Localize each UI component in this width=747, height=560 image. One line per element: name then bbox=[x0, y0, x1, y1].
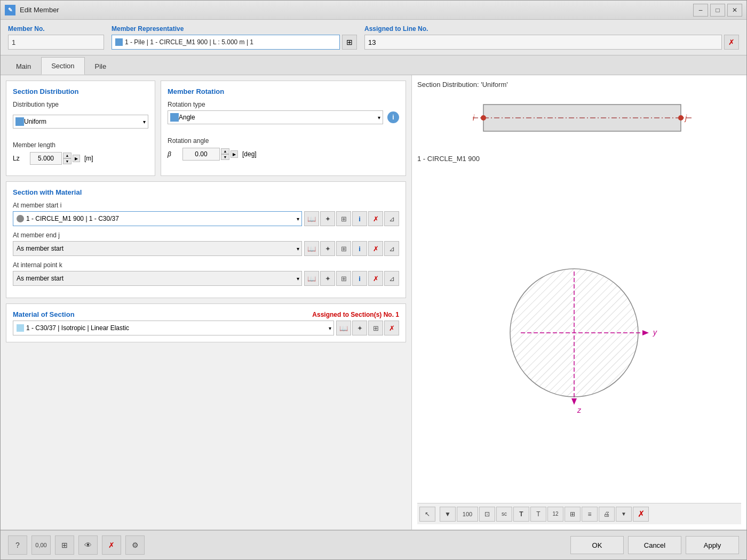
bottom-eye-btn[interactable]: 👁 bbox=[78, 535, 98, 555]
tab-pile[interactable]: Pile bbox=[85, 58, 117, 75]
rotation-type-select[interactable]: Angle bbox=[168, 110, 383, 124]
circle-swatch-start bbox=[17, 215, 24, 222]
bottom-help-btn[interactable]: ? bbox=[8, 535, 27, 555]
circle-svg: y z bbox=[489, 255, 670, 415]
member-no-input[interactable]: 1 bbox=[8, 35, 104, 50]
tab-bar: Main Section Pile bbox=[1, 55, 746, 75]
bottom-cross-btn[interactable]: ✗ bbox=[102, 535, 121, 555]
member-length-label: Member length bbox=[13, 141, 148, 149]
beta-value[interactable]: 0.00 bbox=[182, 148, 220, 161]
swm-end-book-btn[interactable]: 📖 bbox=[304, 241, 319, 256]
swm-end-copy-btn[interactable]: ⊞ bbox=[336, 241, 351, 256]
beta-spin-down[interactable]: ▼ bbox=[221, 154, 229, 160]
swm-start-cross-btn[interactable]: ✗ bbox=[368, 211, 383, 226]
lz-row: Lz 5.000 ▲ ▼ ▶ [m] bbox=[13, 152, 148, 165]
swm-end-toolbar: 📖 ✦ ⊞ i ✗ ⊿ bbox=[304, 241, 399, 256]
swm-internal-info-btn[interactable]: i bbox=[352, 271, 367, 286]
rt-view-btn[interactable]: ▼ bbox=[440, 507, 456, 522]
member-rep-group: Member Representative 1 - Pile | 1 - CIR… bbox=[112, 25, 357, 50]
swm-internal-star-btn[interactable]: ✦ bbox=[320, 271, 335, 286]
member-rep-input[interactable]: 1 - Pile | 1 - CIRCLE_M1 900 | L : 5.000… bbox=[112, 35, 340, 50]
mos-header-row: Material of Section Assigned to Section(… bbox=[13, 310, 399, 318]
swm-end-star-btn[interactable]: ✦ bbox=[320, 241, 335, 256]
circle-diagram: y z bbox=[417, 168, 741, 503]
swm-internal-select[interactable]: As member start bbox=[13, 271, 302, 286]
swm-start-copy-btn[interactable]: ⊞ bbox=[336, 211, 351, 226]
swm-internal-copy-btn[interactable]: ⊞ bbox=[336, 271, 351, 286]
lz-spin-down[interactable]: ▼ bbox=[63, 158, 71, 164]
swm-start-filter-btn[interactable]: ⊿ bbox=[384, 211, 399, 226]
apply-button[interactable]: Apply bbox=[686, 536, 739, 554]
swm-start-row: At member start i 1 - CIRCLE_M1 900 | 1 … bbox=[13, 202, 399, 226]
swm-start-info-btn[interactable]: i bbox=[352, 211, 367, 226]
assigned-line-input[interactable]: 13 bbox=[364, 35, 722, 50]
cancel-button[interactable]: Cancel bbox=[628, 536, 681, 554]
assigned-line-clear-button[interactable]: ✗ bbox=[724, 35, 739, 50]
swm-end-cross-btn[interactable]: ✗ bbox=[368, 241, 383, 256]
main-content: Section Distribution Distribution type U… bbox=[1, 75, 746, 530]
swm-internal-book-btn[interactable]: 📖 bbox=[304, 271, 319, 286]
beta-spin-right[interactable]: ▶ bbox=[231, 150, 238, 158]
bottom-grid-btn[interactable]: ⊞ bbox=[55, 535, 74, 555]
dist-diagram-label: Section Distribution: 'Uniform' bbox=[417, 81, 741, 89]
dist-type-color bbox=[15, 117, 24, 126]
mos-copy-btn[interactable]: ⊞ bbox=[368, 321, 383, 335]
mos-input-row: 1 - C30/37 | Isotropic | Linear Elastic … bbox=[13, 321, 399, 335]
close-button[interactable]: ✕ bbox=[727, 4, 742, 17]
bottom-settings-btn[interactable]: ⚙ bbox=[125, 535, 145, 555]
member-no-group: Member No. 1 bbox=[8, 25, 104, 50]
tab-section[interactable]: Section bbox=[41, 57, 84, 75]
dist-type-select[interactable]: Uniform bbox=[13, 115, 148, 129]
mos-star-btn[interactable]: ✦ bbox=[352, 321, 367, 335]
rt-100-btn[interactable]: 100 bbox=[457, 507, 478, 522]
swm-internal-row: At internal point k As member start 📖 ✦ … bbox=[13, 261, 399, 286]
tab-main[interactable]: Main bbox=[6, 58, 41, 75]
ok-button[interactable]: OK bbox=[570, 536, 624, 554]
rotation-type-label: Rotation type bbox=[168, 101, 399, 108]
app-icon: ✎ bbox=[5, 5, 15, 15]
lz-value[interactable]: 5.000 bbox=[30, 152, 62, 165]
rt-scale-btn[interactable]: sc bbox=[496, 507, 512, 522]
mos-assigned: Assigned to Section(s) No. 1 bbox=[312, 311, 399, 318]
section-diagram-name: 1 - CIRCLE_M1 900 bbox=[417, 155, 741, 163]
swm-start-star-btn[interactable]: ✦ bbox=[320, 211, 335, 226]
rotation-info-button[interactable]: i bbox=[387, 111, 399, 123]
lz-spin-right[interactable]: ▶ bbox=[73, 155, 80, 162]
swm-internal-filter-btn[interactable]: ⊿ bbox=[384, 271, 399, 286]
swm-start-select[interactable]: 1 - CIRCLE_M1 900 | 1 - C30/37 bbox=[13, 211, 302, 226]
swm-start-label: At member start i bbox=[13, 202, 399, 209]
member-rep-button[interactable]: ⊞ bbox=[342, 35, 357, 50]
swm-internal-cross-btn[interactable]: ✗ bbox=[368, 271, 383, 286]
swm-start-book-btn[interactable]: 📖 bbox=[304, 211, 319, 226]
rt-grid-btn[interactable]: ⊞ bbox=[565, 507, 581, 522]
mos-select[interactable]: 1 - C30/37 | Isotropic | Linear Elastic bbox=[13, 321, 334, 335]
swm-end-info-btn[interactable]: i bbox=[352, 241, 367, 256]
rt-lines-btn[interactable]: ≡ bbox=[582, 507, 598, 522]
window-title: Edit Member bbox=[20, 6, 693, 14]
mos-book-btn[interactable]: 📖 bbox=[336, 321, 351, 335]
rt-print-menu-btn[interactable]: ▼ bbox=[616, 507, 632, 522]
top-fields: Member No. 1 Member Representative 1 - P… bbox=[1, 20, 746, 55]
mos-cross-btn[interactable]: ✗ bbox=[384, 321, 399, 335]
member-rotation-box: Member Rotation Rotation type Angle i Ro… bbox=[161, 81, 406, 176]
beta-spin-buttons: ▲ ▼ bbox=[221, 148, 229, 160]
rt-close-btn[interactable]: ✗ bbox=[633, 507, 649, 522]
rt-text-btn[interactable]: T bbox=[513, 507, 529, 522]
swm-internal-toolbar: 📖 ✦ ⊞ i ✗ ⊿ bbox=[304, 271, 399, 286]
lz-spin-up[interactable]: ▲ bbox=[63, 153, 71, 158]
swm-title: Section with Material bbox=[13, 188, 399, 196]
beta-spin-up[interactable]: ▲ bbox=[221, 148, 229, 154]
rt-cursor-btn[interactable]: ↖ bbox=[419, 507, 435, 522]
rt-text2-btn[interactable]: T bbox=[530, 507, 546, 522]
minimize-button[interactable]: – bbox=[693, 4, 708, 17]
swm-end-filter-btn[interactable]: ⊿ bbox=[384, 241, 399, 256]
swm-internal-label: At internal point k bbox=[13, 261, 399, 269]
bottom-zero-btn[interactable]: 0,00 bbox=[31, 535, 51, 555]
maximize-button[interactable]: □ bbox=[710, 4, 725, 17]
lz-spin: 5.000 ▲ ▼ ▶ bbox=[30, 152, 80, 165]
rt-frame-btn[interactable]: ⊡ bbox=[479, 507, 495, 522]
rt-num-btn[interactable]: 12 bbox=[547, 507, 563, 522]
swm-end-select[interactable]: As member start bbox=[13, 241, 302, 256]
swm-end-row: At member end j As member start 📖 ✦ ⊞ i bbox=[13, 231, 399, 256]
rt-print-btn[interactable]: 🖨 bbox=[599, 507, 615, 522]
